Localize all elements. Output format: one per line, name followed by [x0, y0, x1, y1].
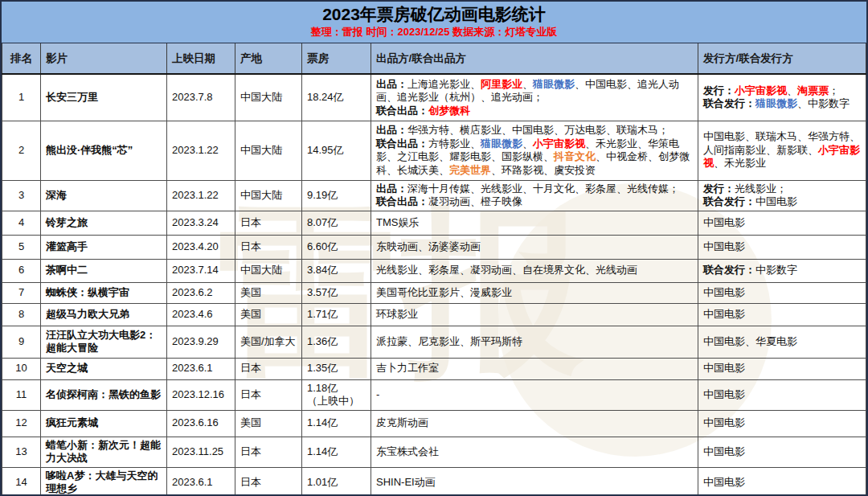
text-segment: SHIN-EI动画: [376, 476, 436, 488]
text-segment: 、中影数字: [797, 97, 850, 109]
table-row: 9汪汪队立大功大电影2：超能大冒险2023.9.29美国/加拿大1.36亿派拉蒙…: [2, 326, 866, 358]
cell-box-office: 1.71亿: [302, 303, 371, 326]
text-segment: 联合出品：: [376, 195, 428, 207]
text-segment: 派拉蒙、尼克影业、斯平玛斯特: [376, 335, 522, 347]
cell-producers: SHIN-EI动画: [371, 467, 698, 496]
column-header-producers: 出品方/联合出品方: [371, 43, 698, 74]
cell-distributors: 中国电影: [698, 410, 866, 437]
cell-producers: TMS娱乐: [371, 211, 698, 235]
cell-producers: 环球影业: [371, 303, 698, 326]
text-segment: 、: [522, 78, 533, 90]
table-row: 11名侦探柯南：黑铁的鱼影2023.12.16日本1.18亿 （上映中）-中国电…: [2, 379, 866, 410]
cell-distributors: 中国电影: [698, 235, 866, 259]
text-segment: 中国电影: [703, 476, 745, 488]
cell-rank: 10: [2, 358, 41, 379]
text-segment: 中国电影: [703, 362, 745, 374]
cell-film: 汪汪队立大功大电影2：超能大冒险: [41, 326, 167, 358]
cell-distributors: 中国电影: [698, 303, 866, 326]
cell-release-date: 2023.6.2: [167, 282, 235, 303]
text-segment: 中国电影: [703, 416, 745, 428]
cell-film: 深海: [41, 180, 167, 211]
cell-film: 超级马力欧大兄弟: [41, 303, 167, 326]
text-segment: 联合发行：: [703, 264, 755, 276]
cell-release-date: 2023.1.22: [167, 121, 235, 180]
cell-box-office: 1.01亿: [302, 467, 371, 496]
cell-rank: 14: [2, 467, 41, 496]
cell-rank: 3: [2, 180, 41, 211]
table-row: 2熊出没·伴我熊“芯”2023.1.22中国大陆14.95亿出品：华强方特、横店…: [2, 121, 866, 180]
text-segment: 、环路影视、虞安投资: [491, 164, 596, 176]
cell-origin: 中国大陆: [235, 74, 302, 121]
text-segment: 方特影业、: [428, 137, 481, 150]
text-segment: 华强方特、横店影业、中国电影、万达电影、联瑞木马；: [407, 124, 669, 136]
text-segment: 发行：: [703, 84, 735, 96]
text-segment: 中国电影: [703, 240, 745, 252]
cell-rank: 9: [2, 326, 41, 358]
cell-rank: 6: [2, 259, 41, 282]
cell-distributors: 中国电影: [698, 282, 866, 303]
table-row: 12疯狂元素城2023.6.16美国1.14亿皮克斯动画中国电影: [2, 410, 866, 437]
cell-rank: 2: [2, 121, 41, 180]
cell-distributors: 发行：光线影业； 联合发行：中国电影: [698, 180, 866, 211]
cell-film: 茶啊中二: [41, 259, 167, 282]
cell-film: 蜡笔小新：新次元！超能力大决战: [41, 437, 167, 467]
text-segment: 完美世界: [449, 164, 491, 176]
cell-origin: 日本: [235, 211, 302, 235]
text-segment: 联合发行：: [703, 97, 755, 109]
cell-producers: 光线影业、彩条屋、凝羽动画、自在境界文化、光线动画: [371, 259, 698, 282]
text-segment: -: [376, 388, 379, 400]
text-segment: 出品：: [376, 182, 407, 195]
text-segment: 中国电影: [755, 195, 797, 207]
cell-producers: 出品：华强方特、横店影业、中国电影、万达电影、联瑞木马； 联合出品：方特影业、猫…: [371, 121, 698, 180]
text-segment: 淘票票: [797, 84, 829, 96]
text-segment: 发行：: [703, 182, 735, 195]
cell-distributors: 中国电影: [698, 467, 866, 496]
table-row: 4铃芽之旅2023.3.24日本8.07亿TMS娱乐中国电影: [2, 211, 866, 235]
cell-producers: 吉卜力工作室: [371, 358, 698, 379]
cell-film: 长安三万里: [41, 74, 167, 121]
text-segment: 阿里影业: [481, 78, 522, 90]
cell-rank: 12: [2, 410, 41, 437]
text-segment: 创梦微科: [428, 105, 470, 117]
cell-rank: 11: [2, 379, 41, 410]
table-row: 13蜡笔小新：新次元！超能力大决战2023.11.25日本1.14亿东宝株式会社…: [2, 437, 866, 467]
text-segment: 光线影业、彩条屋、凝羽动画、自在境界文化、光线动画: [376, 264, 637, 276]
cell-origin: 美国: [235, 410, 302, 437]
text-segment: 中国电影: [703, 445, 745, 457]
text-segment: 猫眼微影: [481, 137, 522, 150]
cell-producers: 出品：深海十月传媒、光线影业、十月文化、彩条屋、光线传媒； 联合出品：凝羽动画、…: [371, 180, 698, 211]
cell-producers: -: [371, 379, 698, 410]
page-title: 2023年票房破亿动画电影统计: [2, 4, 866, 25]
cell-box-office: 14.95亿: [302, 121, 371, 180]
cell-origin: 中国大陆: [235, 180, 302, 211]
cell-film: 灌篮高手: [41, 235, 167, 259]
text-segment: 联合出品：: [376, 137, 428, 150]
text-segment: 深海十月传媒、光线影业、十月文化、彩条屋、光线传媒；: [407, 182, 679, 195]
cell-rank: 1: [2, 74, 41, 121]
text-segment: 环球影业: [376, 308, 418, 320]
page-subtitle: 整理：雷报 时间：2023/12/25 数据来源：灯塔专业版: [2, 25, 866, 39]
table-header: 排名 影片 上映日期 产地 票房 出品方/联合出品方 发行方/联合发行方: [2, 43, 866, 74]
cell-origin: 中国大陆: [235, 259, 302, 282]
header-row: 排名 影片 上映日期 产地 票房 出品方/联合出品方 发行方/联合发行方: [2, 43, 866, 74]
cell-producers: 东宝株式会社: [371, 437, 698, 467]
cell-release-date: 2023.6.16: [167, 410, 235, 437]
text-segment: 吉卜力工作室: [376, 362, 439, 374]
table-row: 7蜘蛛侠：纵横宇宙2023.6.2美国3.57亿美国哥伦比亚影片、漫威影业中国电…: [2, 282, 866, 303]
table-row: 3深海2023.1.22中国大陆9.19亿出品：深海十月传媒、光线影业、十月文化…: [2, 180, 866, 211]
cell-film: 蜘蛛侠：纵横宇宙: [41, 282, 167, 303]
cell-box-office: 3.84亿: [302, 259, 371, 282]
cell-producers: 美国哥伦比亚影片、漫威影业: [371, 282, 698, 303]
text-segment: 中国电影: [703, 216, 745, 228]
column-header-date: 上映日期: [167, 43, 235, 74]
cell-origin: 美国: [235, 282, 302, 303]
table-row: 10天空之城2023.6.1日本1.35亿吉卜力工作室中国电影: [2, 358, 866, 379]
cell-box-office: 9.19亿: [302, 180, 371, 211]
cell-origin: 日本: [235, 235, 302, 259]
cell-box-office: 3.57亿: [302, 282, 371, 303]
cell-box-office: 1.14亿: [302, 410, 371, 437]
column-header-origin: 产地: [235, 43, 302, 74]
cell-distributors: 发行：小宇宙影视、淘票票； 联合发行：猫眼微影、中影数字: [698, 74, 866, 121]
column-header-film: 影片: [41, 43, 167, 74]
cell-rank: 5: [2, 235, 41, 259]
